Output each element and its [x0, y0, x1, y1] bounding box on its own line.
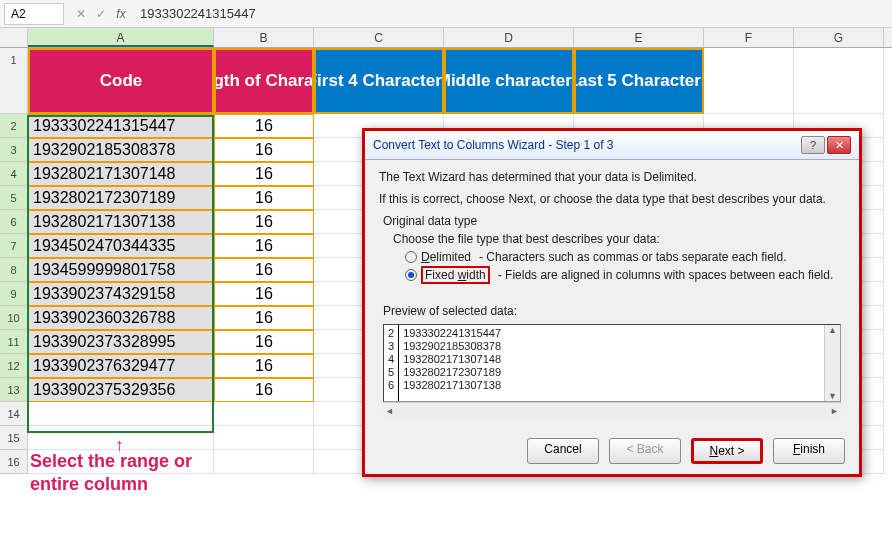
code-cell[interactable]: 1933302241315447	[28, 114, 214, 138]
preview-label: Preview of selected data:	[383, 304, 845, 318]
cancel-formula-icon[interactable]: ✕	[72, 7, 90, 21]
length-cell[interactable]: 16	[214, 114, 314, 138]
select-all-corner[interactable]	[0, 28, 28, 47]
length-cell[interactable]: 16	[214, 282, 314, 306]
row-header[interactable]: 4	[0, 162, 28, 186]
fixed-width-label[interactable]: Fixed width	[421, 266, 490, 284]
dialog-title: Convert Text to Columns Wizard - Step 1 …	[373, 138, 801, 152]
length-cell[interactable]: 16	[214, 138, 314, 162]
hscrollbar[interactable]: ◄►	[383, 402, 841, 418]
length-cell[interactable]: 16	[214, 162, 314, 186]
code-cell[interactable]: 1933902374329158	[28, 282, 214, 306]
row-header[interactable]: 10	[0, 306, 28, 330]
row-header[interactable]: 8	[0, 258, 28, 282]
length-cell[interactable]: 16	[214, 354, 314, 378]
row-header[interactable]: 2	[0, 114, 28, 138]
cell[interactable]	[704, 48, 794, 114]
row-header[interactable]: 15	[0, 426, 28, 450]
accept-formula-icon[interactable]: ✓	[92, 7, 110, 21]
code-cell[interactable]: 1932802172307189	[28, 186, 214, 210]
fx-icon[interactable]: fx	[112, 7, 130, 21]
formula-icons: ✕ ✓ fx	[68, 7, 134, 21]
header-last5[interactable]: Last 5 Characters	[574, 48, 704, 114]
header-first4[interactable]: First 4 Characters	[314, 48, 444, 114]
section-label: Original data type	[383, 214, 845, 228]
annotation-text: Select the range orentire column	[30, 450, 192, 497]
dialog-intro: The Text Wizard has determined that your…	[379, 170, 845, 184]
header-middle[interactable]: Middle characters	[444, 48, 574, 114]
length-cell[interactable]: 16	[214, 234, 314, 258]
code-cell[interactable]: 1932902185308378	[28, 138, 214, 162]
cell[interactable]	[794, 48, 884, 114]
next-button[interactable]: Next >	[691, 438, 763, 464]
row-header[interactable]: 16	[0, 450, 28, 474]
preview-box: 23456 1933302241315447193290218530837819…	[383, 324, 841, 402]
code-cell[interactable]: 1933902376329477	[28, 354, 214, 378]
fixed-width-desc: - Fields are aligned in columns with spa…	[498, 268, 834, 282]
row-header[interactable]: 3	[0, 138, 28, 162]
finish-button[interactable]: Finish	[773, 438, 845, 464]
col-header-A[interactable]: A	[28, 28, 214, 47]
row-header[interactable]: 5	[0, 186, 28, 210]
col-header-B[interactable]: B	[214, 28, 314, 47]
header-length[interactable]: Length of Character	[214, 48, 314, 114]
back-button: < Back	[609, 438, 681, 464]
row-header[interactable]: 11	[0, 330, 28, 354]
row-header[interactable]: 7	[0, 234, 28, 258]
col-header-D[interactable]: D	[444, 28, 574, 47]
row-header[interactable]: 1	[0, 48, 28, 114]
col-header-G[interactable]: G	[794, 28, 884, 47]
cancel-button[interactable]: Cancel	[527, 438, 599, 464]
formula-input[interactable]: 1933302241315447	[134, 3, 892, 24]
length-cell[interactable]: 16	[214, 378, 314, 402]
code-cell[interactable]: 1934599999801758	[28, 258, 214, 282]
cell[interactable]	[214, 426, 314, 450]
cell[interactable]	[28, 402, 214, 426]
row-header[interactable]: 12	[0, 354, 28, 378]
delimited-desc: - Characters such as commas or tabs sepa…	[479, 250, 786, 264]
help-button[interactable]: ?	[801, 136, 825, 154]
row-header[interactable]: 9	[0, 282, 28, 306]
dialog-intro: If this is correct, choose Next, or choo…	[379, 192, 845, 206]
text-to-columns-dialog: Convert Text to Columns Wizard - Step 1 …	[362, 128, 862, 477]
dialog-titlebar[interactable]: Convert Text to Columns Wizard - Step 1 …	[365, 131, 859, 160]
row-header[interactable]: 14	[0, 402, 28, 426]
code-cell[interactable]: 1933902373328995	[28, 330, 214, 354]
name-box[interactable]: A2	[4, 3, 64, 25]
length-cell[interactable]: 16	[214, 306, 314, 330]
row-header[interactable]: 13	[0, 378, 28, 402]
delimited-radio[interactable]	[405, 251, 417, 263]
row-header[interactable]: 6	[0, 210, 28, 234]
close-button[interactable]: ✕	[827, 136, 851, 154]
column-headers: A B C D E F G	[0, 28, 892, 48]
code-cell[interactable]: 1933902375329356	[28, 378, 214, 402]
col-header-E[interactable]: E	[574, 28, 704, 47]
length-cell[interactable]: 16	[214, 330, 314, 354]
fixed-width-radio[interactable]	[405, 269, 417, 281]
choose-label: Choose the file type that best describes…	[393, 232, 845, 246]
col-header-C[interactable]: C	[314, 28, 444, 47]
code-cell[interactable]: 1932802171307148	[28, 162, 214, 186]
code-cell[interactable]: 1933902360326788	[28, 306, 214, 330]
cell[interactable]	[214, 450, 314, 474]
length-cell[interactable]: 16	[214, 210, 314, 234]
col-header-F[interactable]: F	[704, 28, 794, 47]
length-cell[interactable]: 16	[214, 258, 314, 282]
length-cell[interactable]: 16	[214, 186, 314, 210]
vscrollbar[interactable]: ▲▼	[824, 325, 840, 401]
header-code[interactable]: Code	[28, 48, 214, 114]
code-cell[interactable]: 1934502470344335	[28, 234, 214, 258]
row-headers: 1 2 3 4 5 6 7 8 9 10 11 12 13 14 15 16	[0, 48, 28, 474]
code-cell[interactable]: 1932802171307138	[28, 210, 214, 234]
delimited-label[interactable]: Delimited	[421, 250, 471, 264]
cell[interactable]	[214, 402, 314, 426]
formula-bar: A2 ✕ ✓ fx 1933302241315447	[0, 0, 892, 28]
